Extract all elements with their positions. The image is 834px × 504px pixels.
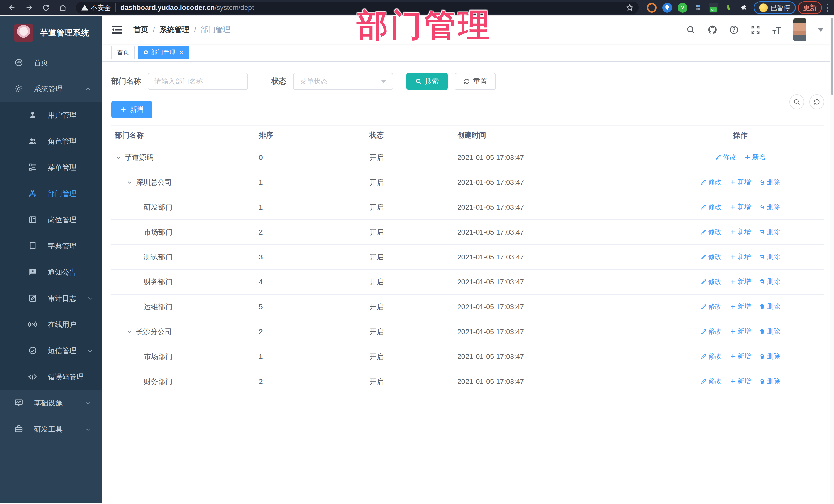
edit-row-action[interactable]: 修改 <box>715 153 736 162</box>
add-row-action[interactable]: 新增 <box>730 277 751 286</box>
chevron-up-icon <box>85 86 91 92</box>
add-row-action[interactable]: 新增 <box>730 202 751 212</box>
search-button[interactable]: 搜索 <box>407 73 447 90</box>
header-search-icon[interactable] <box>686 25 696 35</box>
edit-row-action[interactable]: 修改 <box>701 302 722 311</box>
tab-close-icon[interactable]: × <box>180 49 183 56</box>
edit-icon <box>701 254 707 260</box>
dept-created-time: 2021-01-05 17:03:47 <box>454 369 653 394</box>
expand-arrow-icon[interactable] <box>115 154 123 161</box>
scrollbar-thumb[interactable] <box>831 18 833 95</box>
back-icon[interactable] <box>5 2 20 14</box>
edit-row-action[interactable]: 修改 <box>701 252 722 261</box>
green-check-extension-icon[interactable]: V <box>678 3 687 13</box>
edit-row-action[interactable]: 修改 <box>701 327 722 336</box>
sidebar-item-首页[interactable]: 首页 <box>0 50 102 76</box>
breadcrumb-item-首页[interactable]: 首页 <box>133 25 148 35</box>
hamburger-icon[interactable] <box>112 25 123 35</box>
update-button[interactable]: 更新 <box>798 1 822 14</box>
help-icon[interactable] <box>729 25 739 35</box>
sidebar-item-审计日志[interactable]: 审计日志 <box>0 285 102 311</box>
add-row-action[interactable]: 新增 <box>730 227 751 236</box>
puzzle-extension-icon[interactable] <box>739 3 749 13</box>
orange-ring-extension-icon[interactable] <box>647 3 657 13</box>
delete-row-action[interactable]: 删除 <box>759 377 780 386</box>
list-on-extension-icon[interactable]: on <box>708 3 718 13</box>
add-row-action[interactable]: 新增 <box>744 153 766 162</box>
sidebar-item-在线用户[interactable]: 在线用户 <box>0 311 102 338</box>
add-row-action[interactable]: 新增 <box>730 252 751 261</box>
map-pin-extension-icon[interactable] <box>662 3 672 13</box>
sidebar-item-用户管理[interactable]: 用户管理 <box>0 102 102 128</box>
add-row-action[interactable]: 新增 <box>730 178 751 187</box>
refresh-table-button[interactable] <box>809 94 824 109</box>
expand-arrow-icon[interactable] <box>126 179 134 186</box>
delete-row-action[interactable]: 删除 <box>759 202 780 212</box>
edit-row-action[interactable]: 修改 <box>701 202 722 212</box>
action-label: 新增 <box>738 277 751 286</box>
action-label: 删除 <box>767 377 780 386</box>
add-row-action[interactable]: 新增 <box>730 377 751 386</box>
user-caret-icon[interactable] <box>817 28 824 31</box>
add-row-action[interactable]: 新增 <box>730 302 751 311</box>
edit-row-action[interactable]: 修改 <box>701 377 722 386</box>
sidebar-item-部门管理[interactable]: 部门管理 <box>0 181 102 207</box>
sidebar-item-通知公告[interactable]: 通知公告 <box>0 259 102 285</box>
dept-name-input[interactable] <box>148 73 248 90</box>
sidebar-item-系统管理[interactable]: 系统管理 <box>0 76 102 102</box>
avatar[interactable] <box>793 19 806 41</box>
action-label: 新增 <box>738 252 751 261</box>
browser-menu-icon[interactable] <box>826 3 829 13</box>
sidebar-item-岗位管理[interactable]: 岗位管理 <box>0 207 102 233</box>
delete-row-action[interactable]: 删除 <box>759 252 780 261</box>
edit-row-action[interactable]: 修改 <box>701 277 722 286</box>
extension-tray: Von <box>644 3 752 13</box>
sidebar-item-短信管理[interactable]: 短信管理 <box>0 338 102 364</box>
github-icon[interactable] <box>707 25 718 35</box>
add-button[interactable]: 新增 <box>111 101 152 118</box>
profile-paused-chip[interactable]: 已暂停 <box>754 1 796 14</box>
sidebar-item-角色管理[interactable]: 角色管理 <box>0 128 102 154</box>
tab-label: 部门管理 <box>151 48 176 57</box>
delete-row-action[interactable]: 删除 <box>759 178 780 187</box>
delete-row-action[interactable]: 删除 <box>759 227 780 236</box>
sidebar-item-基础设施[interactable]: 基础设施 <box>0 390 102 416</box>
delete-row-action[interactable]: 删除 <box>759 352 780 361</box>
font-size-icon[interactable] <box>772 25 782 35</box>
grid-extension-icon[interactable] <box>693 3 703 13</box>
home-icon[interactable] <box>56 2 70 14</box>
action-label: 修改 <box>708 302 722 311</box>
dept-status: 开启 <box>366 245 454 269</box>
reload-icon[interactable] <box>39 2 53 14</box>
edit-row-action[interactable]: 修改 <box>701 352 722 361</box>
delete-row-action[interactable]: 删除 <box>759 277 780 286</box>
forward-icon[interactable] <box>22 2 37 14</box>
url-text: dashboard.yudao.iocoder.cn/system/dept <box>120 4 254 12</box>
dept-sort: 1 <box>255 170 366 195</box>
breadcrumb-item-系统管理[interactable]: 系统管理 <box>160 25 190 35</box>
show-search-toggle-button[interactable] <box>789 94 804 109</box>
delete-row-action[interactable]: 删除 <box>759 327 780 336</box>
tab-部门管理[interactable]: 部门管理× <box>138 46 189 59</box>
page-scrollbar[interactable] <box>830 16 834 504</box>
reset-button[interactable]: 重置 <box>455 73 496 90</box>
add-row-action[interactable]: 新增 <box>730 352 751 361</box>
sidebar-item-研发工具[interactable]: 研发工具 <box>0 416 102 442</box>
edit-icon <box>701 279 707 285</box>
sidebar-item-字典管理[interactable]: 字典管理 <box>0 233 102 259</box>
add-row-action[interactable]: 新增 <box>730 327 751 336</box>
edit-row-action[interactable]: 修改 <box>701 178 722 187</box>
expand-arrow-icon[interactable] <box>126 328 134 335</box>
app-logo-row[interactable]: 芋道管理系统 <box>0 16 102 50</box>
fullscreen-icon[interactable] <box>750 25 761 35</box>
bookmark-star-icon[interactable] <box>626 4 634 12</box>
green-bot-extension-icon[interactable] <box>724 3 734 13</box>
table-row: 研发部门1开启2021-01-05 17:03:47修改新增删除 <box>111 195 824 220</box>
sidebar-item-label: 通知公告 <box>48 267 91 277</box>
tab-首页[interactable]: 首页 <box>111 46 135 59</box>
sidebar-item-菜单管理[interactable]: 菜单管理 <box>0 154 102 181</box>
status-select[interactable]: 菜单状态 <box>293 73 393 90</box>
sidebar-item-错误码管理[interactable]: 错误码管理 <box>0 364 102 390</box>
edit-row-action[interactable]: 修改 <box>701 227 722 236</box>
delete-row-action[interactable]: 删除 <box>759 302 780 311</box>
